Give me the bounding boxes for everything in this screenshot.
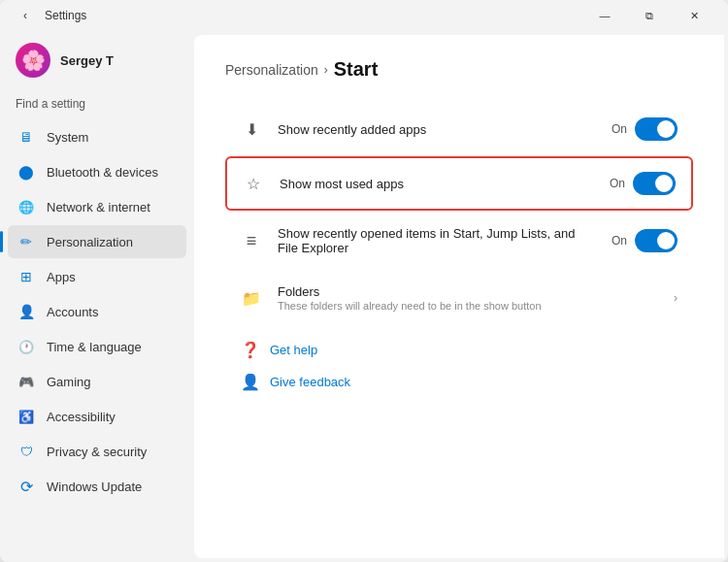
recently-added-toggle-label: On [612,122,627,136]
sidebar-label-apps: Apps [47,270,76,284]
content-area: 🌸 Sergey T Find a setting 🖥 System ⬤ Blu… [0,31,728,562]
sidebar-label-bluetooth: Bluetooth & devices [47,165,158,180]
privacy-icon: 🛡 [17,443,35,460]
accounts-icon: 👤 [17,303,35,320]
sidebar-item-bluetooth[interactable]: ⬤ Bluetooth & devices [8,155,186,188]
give-feedback-link[interactable]: 👤 Give feedback [241,369,693,395]
sidebar-item-network[interactable]: 🌐 Network & internet [8,190,186,223]
apps-icon: ⊞ [17,268,35,285]
titlebar: ‹ Settings — ⧉ ✕ [0,0,728,31]
sidebar-label-system: System [47,130,88,145]
most-used-toggle-label: On [610,177,625,190]
setting-row-most-used[interactable]: ☆ Show most used apps On [225,156,693,211]
breadcrumb-chevron-icon: › [324,63,328,77]
sidebar-label-accessibility: Accessibility [47,410,116,424]
back-button[interactable]: ‹ [12,2,39,29]
user-profile[interactable]: 🌸 Sergey T [0,31,194,93]
update-icon: ⟳ [17,478,35,495]
sidebar-item-system[interactable]: 🖥 System [8,120,186,153]
sidebar-navigation: 🖥 System ⬤ Bluetooth & devices 🌐 Network… [0,120,194,503]
sidebar-item-accounts[interactable]: 👤 Accounts [8,295,186,328]
folders-label: Folders [278,284,658,299]
recently-opened-control: On [612,229,678,252]
download-icon: ⬇ [241,118,262,140]
time-icon: 🕐 [17,338,35,355]
sidebar-item-accessibility[interactable]: ♿ Accessibility [8,400,186,433]
star-icon: ☆ [243,173,264,194]
username: Sergey T [60,53,114,68]
recently-added-label: Show recently added apps [278,122,596,137]
sidebar-label-personalization: Personalization [47,235,133,249]
sidebar-item-time[interactable]: 🕐 Time & language [8,330,186,363]
system-icon: 🖥 [17,128,35,146]
sidebar-label-accounts: Accounts [47,305,98,319]
most-used-control: On [610,172,676,195]
sidebar-label-gaming: Gaming [47,375,91,389]
sidebar-label-privacy: Privacy & security [47,445,147,459]
give-feedback-label: Give feedback [270,375,350,389]
main-panel: Personalization › Start ⬇ Show recently … [194,35,724,558]
accessibility-icon: ♿ [17,408,35,425]
sidebar-label-network: Network & internet [47,200,150,215]
sidebar-item-personalization[interactable]: ✏ Personalization [8,225,186,258]
list-icon: ≡ [241,230,262,251]
window-controls: — ⧉ ✕ [582,0,716,31]
minimize-button[interactable]: — [582,0,627,31]
network-icon: 🌐 [17,198,35,215]
window-title: Settings [39,9,582,22]
breadcrumb-parent[interactable]: Personalization [225,62,318,78]
avatar: 🌸 [16,43,50,78]
get-help-link[interactable]: ❓ Get help [241,337,693,363]
restore-button[interactable]: ⧉ [627,0,672,31]
most-used-label: Show most used apps [280,177,594,191]
sidebar-item-gaming[interactable]: 🎮 Gaming [8,365,186,398]
sidebar: 🌸 Sergey T Find a setting 🖥 System ⬤ Blu… [0,31,194,562]
folders-chevron-icon: › [674,291,678,305]
recently-added-toggle[interactable] [635,117,678,141]
feedback-icon: 👤 [241,373,260,391]
recently-opened-label: Show recently opened items in Start, Jum… [278,226,596,255]
recently-added-control: On [612,117,678,141]
settings-rows: ⬇ Show recently added apps On ☆ Show mos… [225,104,693,325]
close-button[interactable]: ✕ [672,0,716,31]
get-help-label: Get help [270,343,317,357]
sidebar-label-time: Time & language [47,340,142,354]
sidebar-item-privacy[interactable]: 🛡 Privacy & security [8,435,186,468]
breadcrumb: Personalization › Start [225,58,693,81]
sidebar-item-windows-update[interactable]: ⟳ Windows Update [8,470,186,503]
setting-row-folders[interactable]: 📁 Folders These folders will already nee… [225,271,693,325]
find-setting-label: Find a setting [0,93,194,120]
setting-row-recently-opened[interactable]: ≡ Show recently opened items in Start, J… [225,213,693,269]
sidebar-label-update: Windows Update [47,479,142,494]
most-used-toggle[interactable] [633,172,676,195]
personalization-icon: ✏ [17,233,35,250]
gaming-icon: 🎮 [17,373,35,390]
sidebar-item-apps[interactable]: ⊞ Apps [8,260,186,293]
help-icon: ❓ [241,341,260,359]
bluetooth-icon: ⬤ [17,163,35,181]
links-section: ❓ Get help 👤 Give feedback [225,337,693,395]
breadcrumb-current: Start [334,58,379,81]
folder-icon: 📁 [241,287,262,309]
setting-row-recently-added[interactable]: ⬇ Show recently added apps On [225,104,693,154]
settings-window: ‹ Settings — ⧉ ✕ 🌸 Sergey T Find a setti… [0,0,728,562]
folders-control: › [674,291,678,305]
recently-opened-toggle[interactable] [635,229,678,252]
folders-sublabel: These folders will already need to be in… [278,300,658,312]
recently-opened-toggle-label: On [612,234,627,248]
